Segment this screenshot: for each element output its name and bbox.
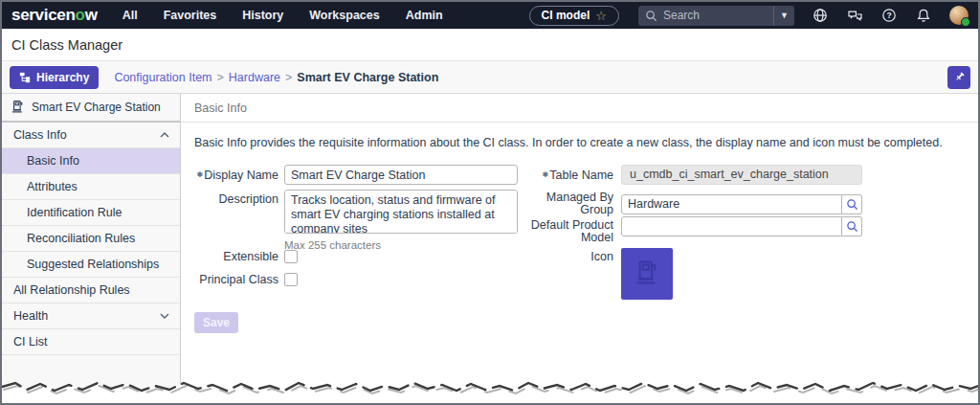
managed-by-group-input[interactable] <box>621 194 842 214</box>
principal-class-checkbox[interactable] <box>284 273 298 286</box>
breadcrumb-link-hardware[interactable]: Hardware <box>229 71 280 84</box>
managed-by-group-lookup-button[interactable] <box>842 194 862 214</box>
sidebar-item-label: All Relationship Rules <box>13 283 130 297</box>
search-scope-dropdown[interactable]: ▼ <box>773 6 794 26</box>
ev-charger-icon <box>635 259 659 288</box>
svg-text:?: ? <box>886 11 891 20</box>
hierarchy-button[interactable]: Hierarchy <box>10 66 99 89</box>
extensible-checkbox[interactable] <box>284 250 298 263</box>
sidebar-class-header: Smart EV Charge Station <box>2 94 180 123</box>
section-intro: Basic Info provides the requisite inform… <box>194 136 963 149</box>
nav-item-all[interactable]: All <box>122 9 138 22</box>
sidebar-item-identification-rule[interactable]: Identification Rule <box>2 200 180 226</box>
extensible-label: Extensible <box>189 251 278 263</box>
chat-icon[interactable] <box>846 7 863 24</box>
basic-info-panel: Basic Info Basic Info provides the requi… <box>181 94 978 403</box>
servicenow-logo[interactable]: servicenow <box>11 6 98 25</box>
lookup-magnifier-icon <box>846 198 858 211</box>
favorite-star-icon[interactable]: ☆ <box>595 9 607 23</box>
managed-by-group-label: Managed By Group <box>518 191 613 216</box>
breadcrumb-link-configuration-item[interactable]: Configuration Item <box>114 71 212 84</box>
default-product-model-label: Default Product Model <box>518 219 613 244</box>
sidebar-item-basic-info[interactable]: Basic Info <box>2 148 180 174</box>
sidebar-item-suggested-relationships[interactable]: Suggested Relationships <box>2 252 180 278</box>
sidebar-item-label: Health <box>13 309 48 323</box>
table-name-field-group: ✱Table Name u_cmdb_ci_smart_ev_charge_st… <box>518 165 862 185</box>
description-label: Description <box>189 193 278 206</box>
principal-class-label: Principal Class <box>189 274 278 286</box>
description-hint: Max 255 characters <box>284 239 381 251</box>
search-icon <box>645 10 657 22</box>
top-nav: servicenow All Favorites History Workspa… <box>2 2 978 29</box>
table-name-label: ✱Table Name <box>518 169 613 182</box>
class-icon-preview[interactable] <box>621 248 673 300</box>
context-pill-label: CI model <box>542 9 590 22</box>
managed-by-group-field-group: Managed By Group <box>518 191 862 216</box>
hierarchy-button-label: Hierarchy <box>36 71 89 84</box>
sidebar-item-ci-list[interactable]: CI List <box>2 329 180 355</box>
default-product-model-input[interactable] <box>621 216 842 236</box>
sidebar-item-health[interactable]: Health <box>2 304 180 329</box>
user-avatar[interactable] <box>949 6 969 25</box>
required-marker: ✱ <box>196 170 203 179</box>
page-header: CI Class Manager <box>2 29 978 61</box>
sidebar-item-class-info[interactable]: Class Info <box>2 123 180 148</box>
sidebar-item-label: Attributes <box>27 180 78 193</box>
sidebar-item-label: Identification Rule <box>27 206 122 219</box>
class-sidebar: Smart EV Charge Station Class Info Basic… <box>2 94 181 403</box>
nav-item-workspaces[interactable]: Workspaces <box>309 9 379 22</box>
breadcrumb-current: Smart EV Charge Station <box>297 71 438 84</box>
lookup-magnifier-icon <box>846 220 858 233</box>
required-marker: ✱ <box>543 170 549 179</box>
default-product-model-lookup-button[interactable] <box>842 216 862 236</box>
notifications-bell-icon[interactable] <box>915 7 932 24</box>
pin-button[interactable] <box>947 66 970 89</box>
description-field-group: Description Tracks location, status and … <box>189 190 518 234</box>
chevron-down-icon: ▼ <box>780 11 789 20</box>
icon-label: Icon <box>518 251 613 263</box>
principal-class-field-group: Principal Class <box>189 273 298 286</box>
nav-item-favorites[interactable]: Favorites <box>164 9 217 22</box>
section-title: Basic Info <box>181 94 978 123</box>
description-textarea[interactable]: Tracks location, status and firmware of … <box>284 190 518 234</box>
sidebar-item-all-relationship-rules[interactable]: All Relationship Rules <box>2 278 180 304</box>
sidebar-item-label: Basic Info <box>27 154 79 168</box>
global-search[interactable]: Search ▼ <box>638 6 794 26</box>
chevron-up-icon <box>159 130 170 140</box>
sidebar-item-label: Reconciliation Rules <box>27 232 135 245</box>
globe-icon[interactable] <box>812 7 829 24</box>
table-name-readonly-field: u_cmdb_ci_smart_ev_charge_station <box>621 165 862 185</box>
breadcrumb-separator: > <box>217 71 224 84</box>
hierarchy-icon <box>19 72 31 83</box>
nav-menu: All Favorites History Workspaces Admin <box>122 9 443 22</box>
breadcrumb-separator: > <box>285 71 292 84</box>
display-name-field-group: ✱Display Name <box>189 165 518 185</box>
chevron-down-icon <box>159 311 170 321</box>
nav-item-admin[interactable]: Admin <box>406 9 443 22</box>
sidebar-class-name: Smart EV Charge Station <box>32 101 161 114</box>
search-placeholder: Search <box>663 9 773 22</box>
pushpin-icon <box>953 71 966 83</box>
sidebar-item-reconciliation-rules[interactable]: Reconciliation Rules <box>2 226 180 252</box>
sidebar-item-label: Suggested Relationships <box>27 258 159 271</box>
save-button[interactable]: Save <box>194 312 238 333</box>
breadcrumb: Configuration Item > Hardware > Smart EV… <box>114 71 438 84</box>
display-name-input[interactable] <box>284 165 518 185</box>
sidebar-item-label: CI List <box>13 335 47 349</box>
sidebar-item-attributes[interactable]: Attributes <box>2 174 180 200</box>
ev-charger-icon <box>11 100 24 115</box>
breadcrumb-bar: Hierarchy Configuration Item > Hardware … <box>2 61 978 94</box>
display-name-label: ✱Display Name <box>189 169 278 182</box>
extensible-field-group: Extensible <box>189 250 298 263</box>
sidebar-item-label: Class Info <box>13 128 67 142</box>
nav-item-history[interactable]: History <box>242 9 283 22</box>
help-icon[interactable]: ? <box>880 7 898 24</box>
app-window: servicenow All Favorites History Workspa… <box>0 0 980 405</box>
context-pill[interactable]: CI model ☆ <box>529 6 619 26</box>
page-title: CI Class Manager <box>11 37 122 53</box>
default-product-model-field-group: Default Product Model <box>518 216 862 244</box>
icon-field-group: Icon <box>518 248 673 300</box>
